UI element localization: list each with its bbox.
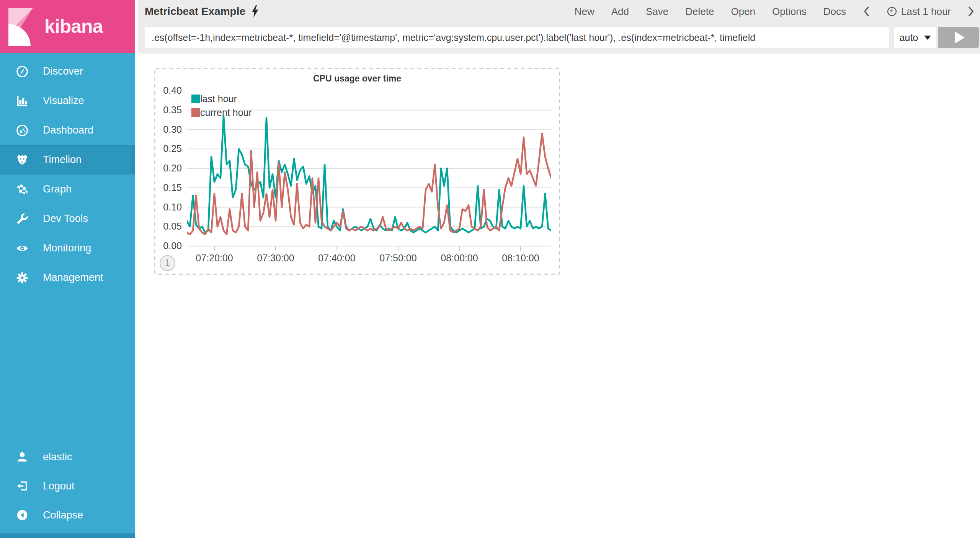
legend-item[interactable]: last hour	[191, 93, 252, 104]
compass-icon	[15, 65, 29, 78]
sidebar-item-visualize[interactable]: Visualize	[0, 86, 135, 116]
gauge-icon	[15, 124, 29, 137]
legend-label: current hour	[200, 107, 252, 118]
x-axis-label: 08:00:00	[433, 253, 486, 264]
timelion-expression-input[interactable]	[145, 27, 889, 48]
sidebar-item-label: Collapse	[43, 509, 83, 521]
sidebar-item-dev-tools[interactable]: Dev Tools	[0, 204, 135, 233]
run-query-button[interactable]	[938, 27, 979, 48]
sidebar-item-logout[interactable]: Logout	[0, 471, 135, 501]
sidebar-item-label: Timelion	[43, 154, 82, 166]
open-button[interactable]: Open	[731, 6, 755, 18]
sidebar-item-graph[interactable]: Graph	[0, 174, 135, 204]
legend-swatch	[191, 95, 200, 103]
save-button[interactable]: Save	[646, 6, 668, 18]
y-axis-label: 0.25	[154, 143, 182, 154]
legend-item[interactable]: current hour	[191, 107, 252, 118]
sidebar-item-monitoring[interactable]: Monitoring	[0, 233, 135, 263]
panel-index-badge: 1	[160, 255, 175, 271]
sidebar-item-label: Visualize	[43, 95, 84, 107]
time-forward-button[interactable]	[968, 6, 975, 17]
sidebar-footer: elastic Logout Collapse	[0, 442, 135, 530]
sidebar-item-label: Management	[43, 272, 103, 284]
lion-icon	[15, 153, 29, 167]
topbar: Metricbeat Example New Add Save Delete O…	[138, 0, 980, 54]
x-axis-label: 07:30:00	[249, 253, 302, 264]
docs-button[interactable]: Docs	[823, 6, 846, 18]
collapse-circle-icon	[15, 508, 29, 522]
sidebar-item-management[interactable]: Management	[0, 263, 135, 292]
eye-icon	[15, 241, 29, 255]
delete-button[interactable]: Delete	[685, 6, 714, 18]
y-axis-label: 0.15	[154, 182, 182, 193]
interval-select[interactable]: auto	[894, 27, 936, 48]
timelion-chart-panel[interactable]: CPU usage over time 0.000.050.100.150.20…	[154, 68, 560, 275]
sidebar-item-label: Discover	[43, 65, 83, 77]
sidebar-item-timelion[interactable]: Timelion	[0, 145, 135, 174]
main-nav: Discover Visualize Dashboard Timelion Gr…	[0, 57, 135, 292]
sidebar-item-label: Logout	[43, 480, 75, 492]
chart-title: CPU usage over time	[154, 73, 560, 84]
lightning-bolt-icon	[251, 5, 259, 18]
sidebar-item-label: Monitoring	[43, 242, 91, 254]
series-line-last-hour	[187, 116, 551, 233]
y-axis-label: 0.05	[154, 221, 182, 232]
sidebar-item-collapse[interactable]: Collapse	[0, 501, 135, 530]
sidebar-item-label: Dev Tools	[43, 213, 88, 225]
logo-wordmark: kibana	[44, 15, 103, 37]
time-back-button[interactable]	[863, 6, 870, 17]
y-axis-label: 0.10	[154, 202, 182, 213]
page-title: Metricbeat Example	[145, 5, 245, 18]
clock-icon	[887, 6, 897, 17]
time-range-label: Last 1 hour	[901, 6, 951, 18]
chevron-left-icon	[863, 6, 870, 17]
x-axis-label: 08:10:00	[494, 253, 547, 264]
legend-swatch	[191, 108, 200, 117]
y-axis-label: 0.30	[154, 124, 182, 135]
title-row: Metricbeat Example	[145, 0, 259, 23]
logout-icon	[15, 479, 29, 493]
y-axis-label: 0.00	[154, 240, 182, 251]
sidebar-bottom-strip	[0, 533, 135, 538]
caret-down-icon	[924, 36, 931, 40]
x-axis-label: 07:50:00	[371, 253, 425, 264]
bar-chart-icon	[15, 94, 29, 108]
sidebar-item-label: Graph	[43, 183, 72, 195]
time-picker-button[interactable]: Last 1 hour	[887, 6, 951, 18]
sidebar-item-label: Dashboard	[43, 124, 93, 136]
x-axis-label: 07:40:00	[310, 253, 364, 264]
chevron-right-icon	[968, 6, 975, 17]
sidebar-item-label: elastic	[43, 451, 72, 463]
chart-legend: last hourcurrent hour	[191, 93, 252, 121]
kibana-logo-icon	[6, 7, 38, 46]
sidebar-item-discover[interactable]: Discover	[0, 57, 135, 86]
x-axis-label: 07:20:00	[188, 253, 241, 264]
new-button[interactable]: New	[575, 6, 595, 18]
network-icon	[15, 183, 29, 196]
y-axis-label: 0.40	[154, 85, 182, 96]
y-axis-label: 0.35	[154, 104, 182, 116]
topbar-menu: New Add Save Delete Open Options Docs La…	[575, 0, 975, 23]
add-button[interactable]: Add	[611, 6, 629, 18]
user-icon	[15, 450, 29, 464]
interval-value: auto	[900, 32, 918, 43]
sidebar-item-dashboard[interactable]: Dashboard	[0, 116, 135, 145]
sidebar: kibana Discover Visualize Dashboard Time…	[0, 0, 135, 538]
gear-icon	[15, 271, 29, 285]
play-icon	[955, 31, 965, 44]
kibana-logo[interactable]: kibana	[0, 0, 135, 53]
query-row: auto	[145, 27, 978, 48]
options-button[interactable]: Options	[772, 6, 807, 18]
sidebar-item-user-elastic[interactable]: elastic	[0, 442, 135, 471]
y-axis-label: 0.20	[154, 163, 182, 174]
wrench-icon	[15, 212, 29, 226]
legend-label: last hour	[200, 93, 237, 104]
